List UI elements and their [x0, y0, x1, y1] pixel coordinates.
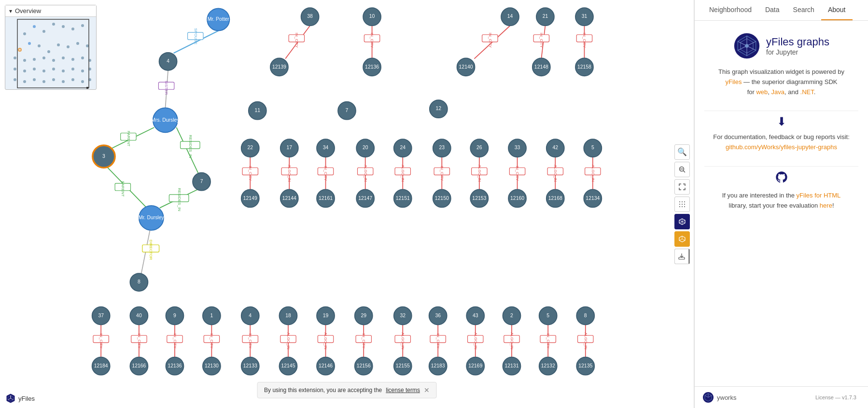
cube2-button[interactable]: [674, 231, 690, 247]
node-label-14: 14: [507, 14, 513, 19]
svg-point-31: [81, 70, 84, 72]
yfiles-logo-area: yFiles graphs for Jupyter: [733, 32, 829, 59]
here-link[interactable]: here: [820, 202, 832, 209]
svg-point-21: [71, 58, 74, 61]
overview-viewport: [17, 19, 89, 88]
node-label-12136: 12136: [365, 64, 379, 70]
divider-1: [704, 111, 858, 111]
svg-point-35: [33, 78, 36, 81]
zoom-out-button[interactable]: [674, 162, 690, 177]
edge-label-resides2: RESIDES_IN: [177, 188, 182, 211]
tab-search[interactable]: Search: [786, 0, 821, 20]
node-label-18: 18: [285, 313, 291, 318]
node-label-32: 32: [400, 313, 406, 318]
svg-line-62: [679, 239, 682, 240]
version-text: License — v1.7.3: [815, 394, 860, 400]
web-link[interactable]: web: [756, 88, 768, 96]
graph-area[interactable]: ▾ Overview: [0, 0, 694, 408]
node-label-12183: 12183: [431, 363, 445, 368]
node-label-12158: 12158: [577, 64, 591, 70]
right-nav: Neighborhood Data Search About: [695, 0, 868, 21]
cube1-button[interactable]: [674, 214, 690, 229]
svg-point-46: [679, 201, 680, 202]
svg-line-61: [682, 239, 685, 240]
overview-panel[interactable]: ▾ Overview: [5, 5, 97, 90]
node-label-mr-potter: Mr. Potter: [208, 16, 230, 22]
node-label-42: 42: [552, 145, 558, 150]
node-label-12161: 12161: [319, 196, 333, 201]
overview-collapse-icon[interactable]: ▾: [9, 8, 12, 14]
tab-data[interactable]: Data: [758, 0, 786, 20]
github-link[interactable]: github.com/yWorks/yfiles-jupyter-graphs: [726, 143, 837, 151]
yfiles-link[interactable]: yFiles: [726, 78, 742, 85]
overview-header[interactable]: ▾ Overview: [5, 5, 96, 17]
edge-text-9-12136b: IN_CITY: [173, 334, 177, 349]
toast-notification[interactable]: By using this extension, you are accepti…: [257, 382, 437, 398]
divider-2: [704, 166, 858, 167]
yfiles-title-group: yFiles graphs for Jupyter: [766, 36, 829, 56]
svg-point-20: [62, 56, 65, 59]
node-label-1: 1: [210, 313, 213, 318]
node-label-33: 33: [515, 145, 520, 150]
node-label-12132: 12132: [541, 363, 555, 368]
svg-point-1: [33, 25, 36, 28]
node-label-4: 4: [167, 58, 169, 64]
svg-point-53: [682, 206, 683, 207]
node-label-12131: 12131: [505, 363, 519, 368]
about-html-text: If you are interested in the yFiles for …: [704, 191, 858, 211]
svg-point-27: [42, 70, 45, 72]
edge-text-8b-12135: ALGO_IN: [584, 333, 588, 350]
node-label-12140: 12140: [459, 64, 473, 70]
svg-point-39: [71, 78, 74, 81]
fit-button[interactable]: [674, 179, 690, 195]
node-label-9: 9: [173, 313, 176, 318]
tab-about[interactable]: About: [821, 0, 853, 20]
overview-canvas: [5, 17, 97, 89]
svg-point-0: [52, 23, 55, 26]
node-label-8b: 8: [584, 313, 587, 318]
graph-svg[interactable]: SPOUSE SISTER PARENT RESIDES_IN PARENT R…: [0, 0, 694, 408]
node-label-5: 5: [591, 145, 594, 150]
edge-text-32-12155: ALGO_IN: [401, 333, 405, 350]
node-label-4b: 4: [249, 313, 252, 318]
yfiles-subtitle: for Jupyter: [766, 48, 829, 56]
svg-point-28: [52, 68, 55, 70]
edge-text-17-12144: ALGO_IN: [287, 165, 292, 182]
yworks-footer: yworks License — v1.7.3: [695, 386, 868, 408]
node-label-11: 11: [255, 108, 261, 113]
export-button[interactable]: [674, 249, 690, 264]
toast-license-link[interactable]: license terms: [386, 387, 420, 394]
node-label-mr-dursley: Mr. Dursley: [139, 215, 164, 220]
edge-text-14-12140: IN_CITY: [488, 33, 492, 48]
node-label-12148: 12148: [534, 64, 548, 70]
node-label-12149: 12149: [243, 196, 257, 201]
edge-text-38-12139: IN_CITY: [294, 33, 299, 48]
grid-button[interactable]: [674, 197, 690, 212]
svg-point-24: [14, 68, 16, 70]
node-label-8: 8: [138, 279, 140, 284]
node-label-12144: 12144: [282, 196, 296, 201]
edge-text-10-12136: IN_CITY: [370, 33, 374, 48]
java-link[interactable]: Java: [771, 88, 784, 96]
graph-toolbar: 🔍: [674, 144, 690, 264]
node-label-12168: 12168: [548, 196, 562, 201]
yworks-logo-footer: [702, 392, 714, 403]
svg-point-40: [81, 80, 84, 83]
svg-point-38: [62, 80, 65, 83]
edge-text-40-12166: IN_CITY: [137, 334, 141, 349]
toast-close[interactable]: ✕: [424, 386, 430, 394]
edge-text-37-12184: IN_CITY: [99, 334, 103, 349]
zoom-in-button[interactable]: 🔍: [674, 144, 690, 160]
edge-text-31-12158: IN_CITY: [582, 33, 587, 48]
node-label-19: 19: [323, 313, 329, 318]
yfiles-html-link[interactable]: yFiles for HTML: [797, 192, 841, 199]
tab-neighborhood[interactable]: Neighborhood: [702, 0, 758, 20]
node-label-mrs-dursley: Mrs. Dursley: [151, 117, 180, 123]
node-label-12135: 12135: [578, 363, 592, 368]
svg-point-36: [42, 80, 45, 83]
svg-point-34: [23, 80, 26, 83]
about-content: yFiles graphs for Jupyter This graph vis…: [695, 21, 868, 386]
yfiles-title: yFiles graphs: [766, 36, 829, 48]
edge-text-42-12168: ALGO_IN: [553, 165, 558, 182]
net-link[interactable]: .NET: [800, 88, 814, 96]
